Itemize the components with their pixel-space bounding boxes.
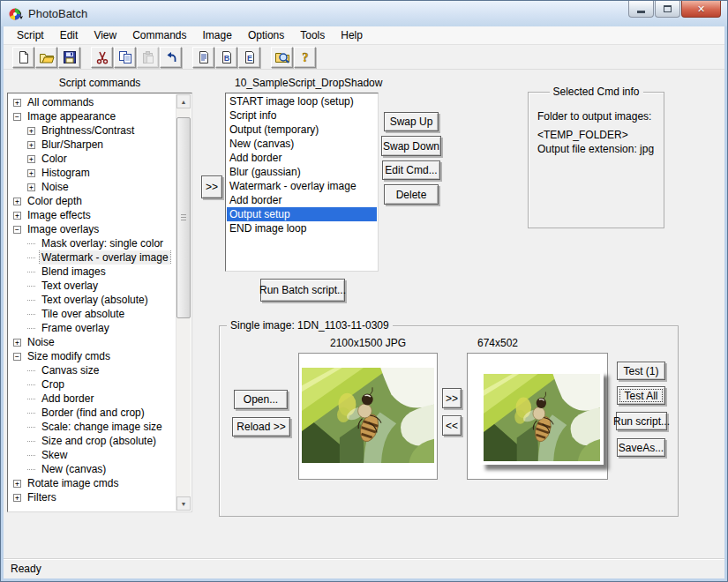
tree-expand-icon[interactable]: + <box>13 99 21 107</box>
script-list-item[interactable]: New (canvas) <box>227 137 377 151</box>
tree-expand-icon[interactable]: + <box>13 339 21 347</box>
status-text: Ready <box>11 563 41 575</box>
apply-back-button[interactable]: << <box>442 415 462 436</box>
tree-collapse-icon[interactable]: − <box>13 113 21 121</box>
add-command-button[interactable]: >> <box>201 175 222 198</box>
menu-edit[interactable]: Edit <box>52 27 86 43</box>
titlebar[interactable]: PhotoBatch ✕ <box>1 1 727 26</box>
open-folder-button[interactable] <box>35 47 57 68</box>
tree-item-label: Watermark - overlay image <box>40 250 170 265</box>
tree-item[interactable]: +Filters <box>9 490 175 504</box>
swap-up-button[interactable]: Swap Up <box>384 112 439 131</box>
scroll-down-icon[interactable]: ▼ <box>176 496 191 511</box>
tree-item[interactable]: −Size modify cmds <box>9 349 175 363</box>
tree-expand-icon[interactable]: + <box>27 127 35 135</box>
tree-item[interactable]: −Image appearance <box>9 109 175 123</box>
tree-item[interactable]: Frame overlay <box>9 321 175 335</box>
script-e-button[interactable]: E <box>238 47 260 68</box>
tree-item[interactable]: −Image overlays <box>9 222 175 236</box>
tree-item[interactable]: +Color <box>9 152 175 166</box>
test-one-button[interactable]: Test (1) <box>617 362 665 380</box>
tree-item[interactable]: Tile over absolute <box>9 307 175 321</box>
script-b-button[interactable]: B <box>215 47 237 68</box>
tree-expand-icon[interactable]: + <box>13 198 21 205</box>
tree-item[interactable]: Size and crop (absolute) <box>9 434 175 448</box>
cut-button[interactable] <box>91 47 113 68</box>
save-button[interactable] <box>58 47 80 68</box>
tree-item[interactable]: +Color depth <box>9 194 175 208</box>
scroll-up-icon[interactable]: ▲ <box>176 94 191 108</box>
script-list-item[interactable]: START image loop (setup) <box>227 94 377 108</box>
tree-item[interactable]: +Image effects <box>9 208 175 222</box>
tree-collapse-icon[interactable]: − <box>13 226 21 234</box>
menu-tools[interactable]: Tools <box>292 27 333 43</box>
new-document-button[interactable] <box>12 47 34 68</box>
script-commands-tree[interactable]: +All commands−Image appearance+Brightnes… <box>7 93 192 512</box>
tree-item[interactable]: Watermark - overlay image <box>9 250 175 265</box>
tree-item[interactable]: New (canvas) <box>9 462 175 476</box>
close-button[interactable]: ✕ <box>681 1 721 18</box>
script-text-button[interactable] <box>192 47 214 68</box>
tree-item[interactable]: Text overlay <box>9 279 175 293</box>
script-list-item[interactable]: Output setup <box>227 207 377 221</box>
script-list-item[interactable]: Script info <box>227 108 377 123</box>
minimize-button[interactable] <box>628 1 654 18</box>
tree-item[interactable]: Text overlay (absolute) <box>9 293 175 307</box>
preview-button[interactable] <box>271 47 293 68</box>
tree-item[interactable]: Blend images <box>9 265 175 279</box>
menu-help[interactable]: Help <box>333 27 371 43</box>
undo-button[interactable] <box>160 47 182 68</box>
tree-expand-icon[interactable]: + <box>13 494 21 502</box>
tree-item[interactable]: Canvas size <box>9 363 175 377</box>
edit-cmd-button[interactable]: Edit Cmd... <box>382 160 440 180</box>
swap-down-button[interactable]: Swap Down <box>381 136 441 156</box>
menu-script[interactable]: Script <box>9 27 52 43</box>
test-all-button[interactable]: Test All <box>617 386 665 405</box>
tree-item[interactable]: Mask overlay: single color <box>9 236 175 250</box>
toolbar: BE? <box>4 45 724 70</box>
tree-leaf-dash <box>27 469 35 470</box>
tree-expand-icon[interactable]: + <box>13 212 21 220</box>
menu-image[interactable]: Image <box>195 27 240 43</box>
run-batch-script-button[interactable]: Run Batch script... <box>260 279 345 302</box>
copy-button[interactable] <box>114 47 136 68</box>
script-list-item[interactable]: Watermark - overlay image <box>227 179 377 193</box>
apply-forward-button[interactable]: >> <box>442 388 462 408</box>
tree-item[interactable]: Crop <box>9 377 175 392</box>
help-button[interactable]: ? <box>294 47 316 68</box>
tree-item[interactable]: +Blur/Sharpen <box>9 138 175 152</box>
script-list-item[interactable]: END image loop <box>227 221 377 235</box>
tree-item[interactable]: Scale: change image size <box>9 420 175 434</box>
tree-item[interactable]: +Noise <box>9 180 175 194</box>
tree-item[interactable]: +Histogram <box>9 166 175 180</box>
tree-item[interactable]: Add border <box>9 392 175 406</box>
tree-expand-icon[interactable]: + <box>13 480 21 488</box>
run-script-button[interactable]: Run script... <box>616 412 667 430</box>
tree-item[interactable]: +Brightness/Contrast <box>9 123 175 138</box>
script-command-list[interactable]: START image loop (setup)Script infoOutpu… <box>225 93 379 272</box>
delete-button[interactable]: Delete <box>384 184 439 205</box>
maximize-button[interactable] <box>655 1 680 18</box>
tree-scrollbar-thumb[interactable] <box>176 117 191 318</box>
script-list-item[interactable]: Add border <box>227 193 377 207</box>
menu-view[interactable]: View <box>86 27 124 43</box>
tree-item[interactable]: +All commands <box>9 95 175 109</box>
tree-item[interactable]: +Noise <box>9 335 175 349</box>
menu-commands[interactable]: Commands <box>124 27 194 43</box>
open-image-button[interactable]: Open... <box>234 390 288 409</box>
tree-expand-icon[interactable]: + <box>27 183 35 191</box>
script-list-item[interactable]: Blur (gaussian) <box>227 165 377 179</box>
tree-item[interactable]: +Rotate image cmds <box>9 476 175 490</box>
script-list-item[interactable]: Output (temporary) <box>227 123 377 137</box>
tree-scrollbar[interactable]: ▲ ▼ <box>176 94 191 511</box>
tree-item[interactable]: Border (find and crop) <box>9 406 175 420</box>
tree-expand-icon[interactable]: + <box>27 169 35 177</box>
tree-item[interactable]: Skew <box>9 448 175 462</box>
script-list-item[interactable]: Add border <box>227 151 377 165</box>
tree-collapse-icon[interactable]: − <box>13 353 21 361</box>
reload-button[interactable]: Reload >> <box>232 417 290 436</box>
tree-expand-icon[interactable]: + <box>27 155 35 163</box>
menu-options[interactable]: Options <box>240 27 292 43</box>
save-as-button[interactable]: SaveAs... <box>617 438 665 457</box>
tree-expand-icon[interactable]: + <box>27 141 35 149</box>
